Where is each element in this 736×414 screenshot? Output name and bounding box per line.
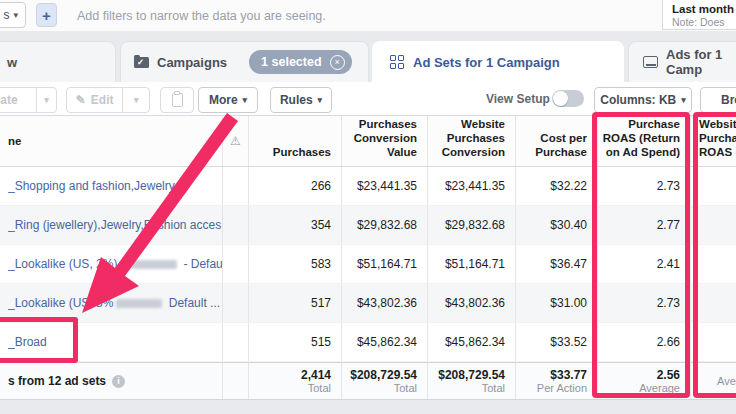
metric-cell (690, 284, 736, 322)
average-purchase-roas: 2.56Average (597, 363, 690, 399)
campaigns-folder-icon (134, 57, 149, 68)
date-range-label: Last month (672, 2, 736, 16)
metric-cell: 2.73 (597, 167, 690, 205)
metric-cell: 354 (248, 206, 341, 244)
metric-cell: $45,862.34 (427, 323, 515, 361)
metric-cell: 583 (248, 245, 341, 283)
table-row: _Lookalike (US, 8% Default ...517$43,802… (0, 284, 736, 323)
metric-cell: $32.22 (515, 167, 597, 205)
total-cost-per-purchase: $33.77Per Action (515, 363, 597, 399)
delivery-warning-cell (222, 284, 248, 322)
breakdown-button[interactable]: Breakdo (700, 87, 736, 113)
metric-cell: 515 (248, 323, 341, 361)
ad-sets-table: ne ▾ ⚠ Purchases Purchases Conversion Va… (0, 115, 736, 400)
duplicate-button[interactable]: plicate ▾ (0, 87, 57, 113)
total-purchases: 2,414Total (248, 363, 341, 399)
metric-cell: 2.41 (597, 245, 690, 283)
adset-name-cell: _Lookalike (US, 2%) - - Default ... (0, 245, 222, 283)
clipboard-icon (172, 93, 183, 107)
chevron-down-icon: ▾ (318, 96, 323, 105)
table-row: _Shopping and fashion,Jewelry266$23,441.… (0, 167, 736, 206)
totals-row: s from 12 ad sets i 2,414Total $208,729.… (0, 362, 736, 400)
column-header-website-purchase-roas[interactable]: Website Purchase ROAS (Re (690, 116, 736, 166)
saved-filter-label: s (3, 8, 9, 22)
adset-name-link[interactable]: _Shopping and fashion,Jewelry (8, 179, 175, 193)
metric-cell: 2.66 (597, 323, 690, 361)
totals-label: s from 12 ad sets (8, 374, 106, 388)
chevron-down-icon: ▾ (13, 11, 18, 20)
table-header-row: ne ▾ ⚠ Purchases Purchases Conversion Va… (0, 115, 736, 167)
metric-cell: $51,164.71 (427, 245, 515, 283)
metric-cell (690, 245, 736, 283)
table-body: _Shopping and fashion,Jewelry266$23,441.… (0, 167, 736, 362)
metric-cell: $29,832.68 (341, 206, 427, 244)
saved-filter-dropdown[interactable]: s ▾ (0, 2, 26, 28)
redacted-text (116, 299, 162, 308)
adset-name-link[interactable]: _Broad (8, 335, 47, 349)
table-row: _Broad515$45,862.34$45,862.34$33.522.66 (0, 323, 736, 362)
adset-name-link[interactable]: _Lookalike (US, 2%) - - Default ... (8, 257, 222, 271)
delivery-warning-cell (222, 323, 248, 361)
sort-caret-icon: ▾ (209, 134, 214, 148)
chevron-down-icon: ▾ (681, 96, 686, 105)
metric-cell: $51,164.71 (341, 245, 427, 283)
tab-ads[interactable]: Ads for 1 Camp (628, 41, 736, 82)
edit-label: Edit (91, 93, 114, 107)
tab-campaigns-label: Campaigns (157, 55, 227, 70)
table-row: _Lookalike (US, 2%) - - Default ...583$5… (0, 245, 736, 284)
adset-name-link[interactable]: _Lookalike (US, 8% Default ... (8, 296, 220, 310)
ads-manager-screen: s ▾ + Add filters to narrow the data you… (0, 0, 736, 414)
view-setup-toggle[interactable] (552, 90, 584, 107)
metric-cell: 266 (248, 167, 341, 205)
metric-cell (690, 323, 736, 361)
tab-overview[interactable]: w (0, 41, 116, 82)
column-header-purchase-roas[interactable]: Purchase ROAS (Return on Ad Spend) (597, 116, 690, 166)
metric-cell: 517 (248, 284, 341, 322)
metric-cell (690, 206, 736, 244)
metric-cell: $43,802.36 (427, 284, 515, 322)
close-icon[interactable]: × (330, 55, 345, 70)
column-header-purchases[interactable]: Purchases (248, 116, 341, 166)
columns-button[interactable]: Columns: KB ▾ (594, 87, 692, 113)
metric-cell: $31.00 (515, 284, 597, 322)
tab-ads-label: Ads for 1 Camp (666, 47, 736, 77)
metric-cell: 2.73 (597, 284, 690, 322)
metric-cell (690, 167, 736, 205)
plus-icon: + (42, 7, 51, 24)
date-range-selector[interactable]: Last month Note: Does (662, 0, 736, 30)
add-filter-button[interactable]: + (36, 3, 57, 27)
chevron-down-icon: ▾ (44, 96, 49, 105)
metric-cell: $23,441.35 (427, 167, 515, 205)
rules-label: Rules (280, 93, 313, 107)
rules-button[interactable]: Rules ▾ (270, 87, 332, 113)
delivery-warning-cell (222, 245, 248, 283)
column-header-website-purchases-conversion[interactable]: Website Purchases Conversion (427, 116, 515, 166)
tab-campaigns[interactable]: Campaigns 1 selected × (120, 41, 369, 82)
info-icon[interactable]: i (112, 375, 125, 388)
toolbar: plicate ▾ ✎ Edit ▾ More ▾ Rules ▾ View S… (0, 82, 736, 115)
filter-bar: s ▾ + Add filters to narrow the data you… (0, 0, 736, 32)
selected-count-badge[interactable]: 1 selected × (249, 50, 351, 74)
tab-ad-sets[interactable]: Ad Sets for 1 Campaign (372, 41, 624, 82)
edit-button[interactable]: ✎ Edit ▾ (66, 87, 150, 113)
copy-button[interactable] (160, 87, 194, 113)
adset-name-link[interactable]: _Ring (jewellery),Jewelry,Fashion acces.… (8, 218, 222, 232)
column-header-name[interactable]: ne ▾ (0, 116, 222, 166)
date-range-note: Note: Does (672, 16, 736, 28)
metric-cell: $33.52 (515, 323, 597, 361)
delivery-warning-cell (222, 167, 248, 205)
chevron-down-icon: ▾ (243, 96, 248, 105)
metric-cell: $45,862.34 (341, 323, 427, 361)
metric-cell: $43,802.36 (341, 284, 427, 322)
metric-cell: $30.40 (515, 206, 597, 244)
name-header-label: ne (8, 134, 21, 148)
metric-cell: $23,441.35 (341, 167, 427, 205)
column-header-purchases-conversion-value[interactable]: Purchases Conversion Value (341, 116, 427, 166)
warning-icon: ⚠ (230, 134, 241, 148)
column-header-cost-per-purchase[interactable]: Cost per Purchase (515, 116, 597, 166)
filter-placeholder: Add filters to narrow the data you are s… (77, 9, 326, 23)
metric-cell: $29,832.68 (427, 206, 515, 244)
metric-cell: $36.47 (515, 245, 597, 283)
more-button[interactable]: More ▾ (198, 87, 258, 113)
adset-name-cell: _Lookalike (US, 8% Default ... (0, 284, 222, 322)
